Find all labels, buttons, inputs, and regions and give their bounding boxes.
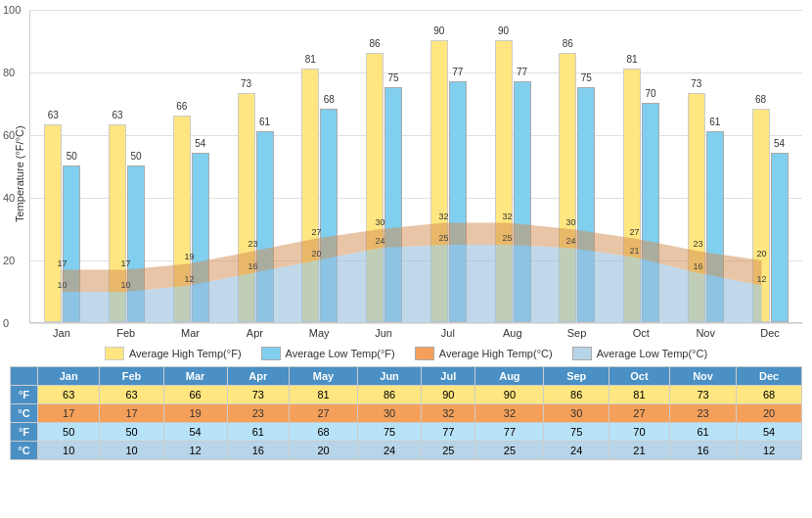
legend-item: Average Low Temp(°F) [261,347,395,360]
high-c-label: 17 [120,259,130,268]
table-cell: 90 [422,386,475,404]
low-c-label: 12 [184,274,194,284]
table-cell: 81 [609,386,670,404]
high-c-label: 23 [248,239,257,249]
table-col-header: Nov [669,367,736,386]
table-cell: 25 [475,442,544,460]
table-cell: 12 [737,442,802,460]
high-c-label: 32 [438,212,448,221]
legend-color-box [105,347,124,360]
table-cell: 27 [609,404,670,423]
table-corner-header [11,367,38,386]
table-row: °C101012162024252524211612 [11,442,802,460]
table-cell: 61 [669,423,736,442]
x-axis: JanFebMarAprMayJunJulAugSepOctNovDec [29,323,802,339]
grid-label: 20 [3,255,15,266]
table-cell: 68 [290,423,358,442]
table-cell: 75 [544,423,609,442]
low-c-label: 20 [311,249,321,259]
low-c-label: 10 [57,280,67,290]
legend-label: Average High Temp(°C) [439,348,553,359]
table-cell: 32 [475,404,544,423]
low-c-label: 24 [565,236,575,246]
legend-item: Average Low Temp(°C) [572,347,707,360]
table-col-header: Feb [100,367,163,386]
table-cell: 50 [38,423,100,442]
data-table: JanFebMarAprMayJunJulAugSepOctNovDec°F63… [10,366,802,460]
table-col-header: Jul [422,367,475,386]
low-c-label: 25 [502,233,512,243]
table-cell: 30 [544,404,609,423]
x-axis-label: Aug [480,323,545,339]
legend-item: Average High Temp(°C) [415,347,553,360]
table-row: °F505054616875777775706154 [11,423,802,442]
x-axis-label: Sep [545,323,609,339]
x-axis-label: May [287,323,351,339]
x-axis-label: Mar [158,323,223,339]
table-cell: 19 [163,404,227,423]
table-row-header: °C [11,404,38,423]
table-row-header: °F [11,386,38,404]
legend: Average High Temp(°F)Average Low Temp(°F… [10,339,802,366]
grid-label: 0 [3,317,9,329]
table-cell: 17 [100,404,163,423]
table-cell: 24 [544,442,609,460]
legend-item: Average High Temp(°F) [105,347,242,360]
low-c-label: 25 [438,233,448,243]
low-c-label: 21 [629,246,639,256]
table-cell: 23 [669,404,736,423]
table-col-header: May [290,367,358,386]
legend-label: Average Low Temp(°C) [597,348,707,359]
x-axis-label: Feb [94,323,158,339]
high-c-label: 30 [565,217,575,227]
x-axis-label: Apr [222,323,287,339]
low-c-label: 16 [693,261,702,271]
table-row-header: °C [11,442,38,460]
table-cell: 50 [100,423,163,442]
table-col-header: Jun [358,367,422,386]
x-axis-label: Jan [29,323,94,339]
table-cell: 77 [475,423,544,442]
table-cell: 66 [163,386,227,404]
table-cell: 63 [38,386,100,404]
table-cell: 24 [358,442,422,460]
table-cell: 20 [737,404,802,423]
table-row: °F636366738186909086817368 [11,386,802,404]
table-cell: 73 [227,386,289,404]
table-cell: 30 [358,404,422,423]
low-c-label: 12 [756,274,766,284]
table-cell: 77 [422,423,475,442]
chart-inner: 0204060801006350635066547361816886759077… [29,10,802,339]
table-cell: 54 [163,423,227,442]
table-cell: 68 [737,386,802,404]
grid-label: 100 [3,4,21,16]
legend-label: Average High Temp(°F) [129,348,242,359]
grid-label: 80 [3,67,15,78]
legend-color-box [415,347,434,360]
table-cell: 61 [227,423,289,442]
low-c-label: 16 [248,261,257,271]
x-axis-label: Jul [416,323,480,339]
table-cell: 75 [358,423,422,442]
table-cell: 10 [38,442,100,460]
table-col-header: Mar [163,367,227,386]
table-row: °C171719232730323230272320 [11,404,802,423]
table-row-header: °F [11,423,38,442]
table-cell: 10 [100,442,163,460]
grid-label: 40 [3,192,15,204]
table-cell: 27 [290,404,358,423]
x-axis-label: Dec [738,323,802,339]
low-c-label: 10 [120,280,130,290]
high-c-label: 32 [502,212,512,221]
table-cell: 81 [290,386,358,404]
chart-container: Temperature (°F/°C) 02040608010063506350… [0,0,812,460]
table-cell: 16 [227,442,289,460]
table-cell: 23 [227,404,289,423]
table-cell: 86 [358,386,422,404]
table-cell: 63 [100,386,163,404]
table-cell: 32 [422,404,475,423]
table-cell: 86 [544,386,609,404]
grid-label: 60 [3,129,15,141]
legend-label: Average Low Temp(°F) [286,348,395,359]
table-cell: 20 [290,442,358,460]
